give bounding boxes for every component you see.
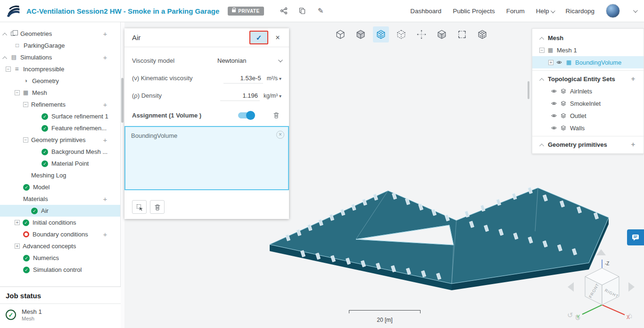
right-panel-scrollbar[interactable] (528, 81, 529, 99)
kinematic-viscosity-input[interactable] (223, 73, 263, 84)
collapse-box[interactable] (6, 67, 11, 72)
solid-view-icon[interactable] (353, 26, 369, 42)
remove-assignment-icon[interactable] (276, 131, 284, 139)
collapse-box[interactable] (539, 48, 545, 53)
collapse-caret-icon[interactable] (539, 37, 544, 42)
job-status-item[interactable]: Mesh 1 Mesh (0, 304, 121, 326)
add-simulation-button[interactable] (101, 54, 109, 61)
tree-item-material-point[interactable]: Material Point (0, 158, 120, 169)
tree-item-simulation-control[interactable]: Simulation control (0, 264, 120, 276)
rotate-ccw-icon[interactable]: ↺ (567, 311, 573, 319)
delete-selection-button[interactable] (150, 200, 165, 214)
move-icon[interactable] (413, 26, 429, 42)
tree-item-surface-refinement[interactable]: Surface refinement 1 (0, 110, 120, 122)
rotate-cw-icon[interactable]: ↻ (575, 314, 581, 321)
tree-item-materials[interactable]: Materials (0, 193, 120, 205)
close-panel-button[interactable] (271, 31, 284, 44)
mesh-section-header[interactable]: Mesh (532, 32, 644, 44)
tree-item-meshing-log[interactable]: Meshing Log (0, 169, 120, 181)
tree-item-feature-refinement[interactable]: Feature refinemen... (0, 122, 120, 134)
gizmo-right-arrow[interactable] (628, 282, 635, 292)
account-chevron-down-icon[interactable] (633, 8, 638, 13)
density-input[interactable] (220, 91, 260, 101)
add-geometry-primitive-button[interactable] (629, 141, 637, 148)
nav-username[interactable]: Ricardopg (565, 8, 594, 15)
collapse-box[interactable] (15, 90, 20, 95)
visibility-eye-icon[interactable] (556, 59, 562, 65)
collapse-box[interactable] (23, 102, 28, 107)
add-refinement-button[interactable] (101, 101, 109, 109)
tree-item-initial-conditions[interactable]: Initial conditions (0, 217, 120, 228)
edit-icon[interactable]: ✎ (317, 7, 325, 15)
viscosity-model-select[interactable]: Newtonian (217, 57, 281, 64)
home-view-icon[interactable]: ⌂ (627, 311, 632, 320)
collapse-caret-icon[interactable] (539, 78, 544, 83)
tree-item-refinements[interactable]: Refinements (0, 99, 120, 110)
gizmo-left-arrow[interactable] (568, 282, 574, 292)
sidebar-scrollbar[interactable] (121, 78, 124, 123)
tree-item-air-selected[interactable]: Air (0, 205, 120, 217)
clear-assignment-trash-icon[interactable] (271, 110, 281, 120)
tree-item-parkinggarage[interactable]: ParkingGarage (0, 40, 120, 51)
density-unit-select[interactable]: kg/m³ (264, 93, 281, 99)
tree-item-geometries[interactable]: Geometries (0, 28, 120, 40)
collapse-caret-icon[interactable] (2, 33, 7, 37)
assignment-selection-box[interactable]: BoundingVolume (124, 126, 289, 190)
expand-box[interactable] (15, 220, 20, 225)
collapse-caret-icon[interactable] (539, 143, 544, 148)
tree-item-incompressible[interactable]: Incompressible (0, 63, 120, 75)
mesh-quality-icon[interactable] (474, 26, 490, 42)
expand-box[interactable] (548, 60, 553, 65)
apply-button[interactable] (249, 31, 268, 44)
add-entity-set-button[interactable] (629, 75, 637, 83)
entity-set-outlet[interactable]: Outlet (532, 109, 644, 122)
tree-item-numerics[interactable]: Numerics (0, 252, 120, 264)
collapse-box[interactable] (23, 137, 28, 143)
mesh-1-row[interactable]: Mesh 1 (532, 44, 644, 56)
tree-item-model[interactable]: Model (0, 181, 120, 193)
topological-entity-sets-header[interactable]: Topological Entity Sets (532, 73, 644, 85)
section-plane-icon[interactable] (434, 26, 450, 42)
wireframe-view-icon[interactable] (393, 26, 409, 42)
entity-set-smokeinlet[interactable]: SmokeInlet (532, 97, 644, 109)
visibility-eye-icon[interactable] (551, 125, 557, 131)
app-logo[interactable] (6, 3, 21, 18)
box-select-icon[interactable] (454, 26, 470, 42)
add-primitive-button[interactable] (101, 136, 109, 144)
fit-view-icon[interactable] (332, 26, 348, 42)
tree-item-boundary-conditions[interactable]: Boundary conditions (0, 228, 120, 240)
visibility-eye-icon[interactable] (551, 101, 557, 106)
gizmo-up-arrow[interactable] (596, 249, 606, 255)
tree-item-geometry[interactable]: Geometry (0, 75, 120, 87)
nav-dashboard[interactable]: Dashboard (410, 8, 441, 15)
avatar[interactable] (606, 4, 620, 18)
nav-help[interactable]: Help (536, 8, 554, 15)
orientation-gizmo[interactable]: -Z Y X FRONT RIGHT ↺ ↻ ⌂ (563, 245, 639, 321)
add-geometry-button[interactable] (101, 30, 109, 38)
tree-item-geometry-primitives[interactable]: Geometry primitives (0, 134, 120, 146)
visibility-eye-icon[interactable] (551, 88, 557, 94)
visibility-eye-icon[interactable] (551, 113, 557, 118)
tree-item-background-mesh[interactable]: Background Mesh ... (0, 146, 120, 158)
mesh-view-icon[interactable] (373, 26, 389, 42)
duplicate-icon[interactable] (298, 7, 306, 15)
assignment-toggle[interactable] (238, 112, 254, 118)
viscosity-unit-select[interactable]: m²/s (267, 75, 281, 82)
expand-box[interactable] (15, 244, 20, 249)
entity-set-walls[interactable]: Walls (532, 122, 644, 134)
tree-item-simulations[interactable]: Simulations (0, 51, 120, 63)
add-boundary-condition-button[interactable] (101, 231, 109, 238)
nav-public-projects[interactable]: Public Projects (453, 8, 495, 15)
entity-set-airinlets[interactable]: AirInlets (532, 85, 644, 97)
tree-item-mesh[interactable]: Mesh (0, 87, 120, 99)
collapse-caret-icon[interactable] (2, 56, 7, 61)
tree-item-advanced-concepts[interactable]: Advanced concepts (0, 240, 120, 252)
chat-button[interactable] (627, 229, 644, 245)
pick-from-viewport-button[interactable] (132, 200, 147, 214)
bounding-volume-row[interactable]: BoundingVolume (532, 56, 644, 68)
geometry-primitives-header[interactable]: Geometry primitives (532, 138, 644, 151)
add-material-button[interactable] (101, 195, 109, 203)
check-circle-icon (41, 149, 48, 155)
share-icon[interactable] (280, 7, 288, 15)
nav-forum[interactable]: Forum (506, 8, 525, 15)
